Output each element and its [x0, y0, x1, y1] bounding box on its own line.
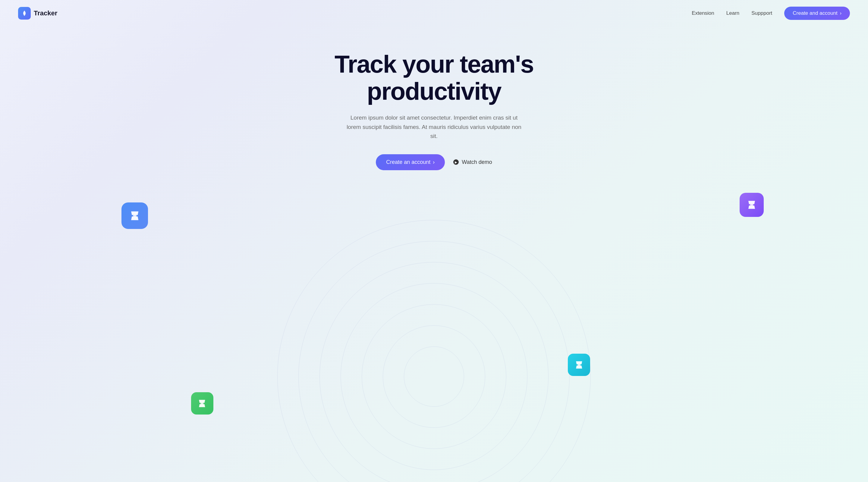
hero-title-line2: productivity: [367, 77, 501, 105]
hero-cta-arrow: ›: [433, 159, 435, 165]
nav-support[interactable]: Suppport: [751, 10, 772, 16]
float-icon-cyan-bottom-right: [568, 354, 590, 376]
hero-section: Track your team's productivity Lorem ips…: [0, 27, 868, 170]
logo-icon: [18, 7, 31, 20]
hero-cta-button[interactable]: Create an account ›: [376, 154, 445, 170]
hero-cta-label: Create an account: [386, 159, 430, 165]
hero-title: Track your team's productivity: [335, 51, 533, 105]
svg-point-0: [23, 12, 26, 14]
ring-2: [383, 325, 485, 428]
hero-title-line1: Track your team's: [335, 50, 533, 78]
float-icon-purple-right: [740, 193, 764, 217]
ring-7: [277, 220, 591, 482]
nav-cta-label: Create and account: [793, 10, 837, 16]
nav-learn[interactable]: Learn: [726, 10, 739, 16]
page-wrapper: Tracker Extension Learn Suppport Create …: [0, 0, 868, 482]
watch-demo-button[interactable]: ▶ Watch demo: [453, 159, 492, 165]
hero-subtitle: Lorem ipsum dolor sit amet consectetur. …: [347, 113, 521, 141]
nav-cta-arrow: ›: [840, 10, 841, 16]
nav-links: Extension Learn Suppport Create and acco…: [692, 7, 850, 20]
play-icon: ▶: [453, 159, 459, 165]
brand-name: Tracker: [34, 9, 57, 17]
hero-buttons: Create an account › ▶ Watch demo: [376, 154, 492, 170]
logo-area[interactable]: Tracker: [18, 7, 57, 20]
svg-point-1: [133, 215, 136, 217]
rings-decoration: [268, 211, 600, 482]
navbar: Tracker Extension Learn Suppport Create …: [0, 0, 868, 27]
play-symbol: ▶: [455, 161, 457, 164]
float-icon-blue-left: [121, 202, 148, 229]
watch-demo-label: Watch demo: [462, 159, 492, 165]
ring-1: [404, 347, 464, 407]
ring-6: [299, 241, 569, 482]
nav-cta-button[interactable]: Create and account ›: [784, 7, 850, 20]
ring-3: [362, 304, 506, 449]
nav-extension[interactable]: Extension: [692, 10, 714, 16]
svg-point-3: [201, 403, 204, 404]
svg-point-2: [750, 204, 753, 206]
svg-point-4: [578, 364, 581, 366]
float-icon-green-bottom-left: [191, 392, 213, 415]
ring-5: [319, 262, 549, 482]
ring-4: [341, 283, 527, 470]
